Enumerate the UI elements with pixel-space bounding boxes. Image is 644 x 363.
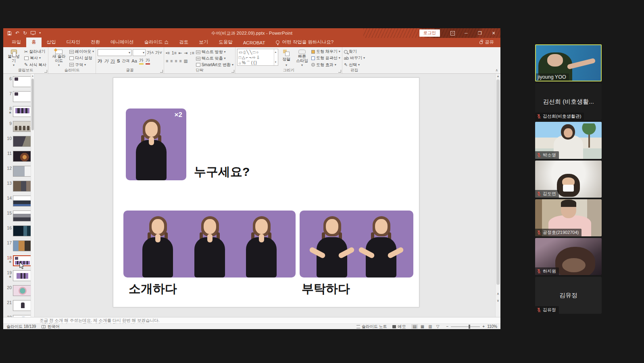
ribbon-tab[interactable]: 전환 [85,38,105,47]
layout-button[interactable]: 레이아웃▾ [69,49,94,54]
normal-view-button[interactable]: ▤ [411,324,417,329]
login-button[interactable]: 로그인 [419,29,440,37]
slide-question-text[interactable]: 누구세요? [194,164,250,180]
undo-icon[interactable]: ↶ [15,31,19,35]
slide-thumbnail[interactable]: 7 [3,91,32,102]
ribbon-tab[interactable]: 삽입 [42,38,61,47]
dialog-launcher-icon[interactable] [44,70,47,73]
notes-toggle-button[interactable]: 슬라이드 노트 [356,324,387,330]
participant-tile[interactable]: 김유정 김유정 [535,277,602,314]
copy-button[interactable]: 복사▾ [24,55,46,61]
highlight-color-button[interactable]: 가 [139,57,144,65]
scrollbar-thumb[interactable] [31,79,34,130]
tell-me-box[interactable]: 어떤 작업을 원하시나요? [270,39,339,47]
ribbon-tab[interactable]: 검토 [174,38,194,47]
slide-thumbnail[interactable]: 8 ∗ [3,106,32,117]
participant-tile[interactable]: 하지원 [535,238,602,275]
zoom-in-button[interactable]: + [482,324,485,329]
participant-tile[interactable]: 김선희 (비호생활... 김선희(비호생활관) [535,83,602,120]
increase-indent-icon[interactable]: ⇥ [184,50,188,55]
caption-introduce[interactable]: 소개하다 [129,281,177,297]
align-text-button[interactable]: 텍스트 맞춤▾ [196,56,233,62]
share-button[interactable]: 공유 [473,39,500,47]
decrease-indent-icon[interactable]: ⇤ [179,50,182,55]
slide-canvas[interactable]: ×2 누구세요? 소개하다 [113,77,419,307]
text-shadow-button[interactable]: S [117,58,120,63]
reset-button[interactable]: 다시 설정 [69,55,94,61]
ribbon-tab[interactable]: 애니메이션 [105,38,139,47]
align-right-icon[interactable]: ≡ [175,58,177,63]
slide-thumbnail[interactable]: 11 [3,151,32,161]
slide-editing-area[interactable]: ×2 누구세요? 소개하다 [35,74,500,317]
zoom-slider-thumb[interactable] [469,325,470,329]
thumbnail-scrollbar[interactable]: ▲ [31,74,34,317]
numbering-icon[interactable]: 1≡ [172,50,177,55]
find-button[interactable]: 찾기 [344,49,365,54]
scrollbar-thumb[interactable] [496,79,500,285]
ribbon-tab[interactable]: 파일 [6,38,26,47]
participant-tile[interactable]: 박소영 [535,122,602,159]
dialog-launcher-icon[interactable] [160,70,163,73]
cut-button[interactable]: ✂잘라내기 [24,49,46,54]
shape-fill-button[interactable]: 도형 채우기▾ [311,49,340,54]
ribbon-tab[interactable]: ACROBAT [238,39,271,47]
font-color-button[interactable]: 가 [146,57,150,65]
font-size-combobox[interactable]: ▾ [133,49,146,56]
ribbon-tab[interactable]: 홈 [26,38,42,47]
sign-image-ask-favor[interactable] [300,211,413,277]
bold-button[interactable]: 가 [98,58,102,64]
scroll-up-icon[interactable]: ▲ [496,74,500,77]
slide-thumbnail[interactable]: 13 [3,181,32,191]
slide-thumbnail[interactable]: 10 [3,136,32,146]
shapes-scrollbar[interactable]: ▲▼ [274,49,278,65]
slide-thumbnail[interactable]: 21 [3,300,32,311]
quick-styles-button[interactable]: 빠른 스타일▾ [294,49,310,68]
slide-thumbnail[interactable]: 6 [3,76,32,87]
notes-pane[interactable]: 조금 전 소개 해 주셨는데요. 제 소개를 다시 한번 해 보겠습니다. 거창… [3,317,500,323]
shape-effects-button[interactable]: 도형 효과▾ [311,62,340,68]
start-slideshow-icon[interactable] [31,31,35,35]
slide-thumbnail[interactable]: 9 [3,121,32,131]
ribbon-display-options-icon[interactable] [446,28,459,38]
sign-image-introduce[interactable] [123,211,296,277]
sign-image-whoareyou[interactable]: ×2 [126,108,186,180]
minimize-button[interactable]: ─ [459,28,473,38]
character-spacing-button[interactable]: 간격 [122,58,129,64]
format-painter-button[interactable]: ✎서식 복사 [24,62,46,68]
justify-icon[interactable]: ≡ [179,58,181,63]
font-name-combobox[interactable]: ▾ [98,49,131,56]
text-direction-button[interactable]: 텍스트 방향▾ [196,49,233,55]
slide-thumbnail[interactable]: 18 ∗ [3,255,32,266]
ribbon-tab[interactable]: 도움말 [213,38,238,47]
grow-font-icon[interactable]: 가˄ [147,50,154,55]
participant-tile[interactable]: 공정호(21902704) [535,199,602,236]
participant-tile[interactable]: jiyoung YOO [535,44,602,81]
shape-outline-button[interactable]: 도형 윤곽선▾ [311,55,340,61]
slide-thumbnail[interactable]: 12 [3,166,32,176]
slide-scrollbar[interactable]: ▲ ∧ ∨ [495,74,500,317]
participant-tile[interactable]: 김도연 [535,161,602,198]
zoom-slider[interactable] [451,326,480,327]
align-center-icon[interactable]: ≡ [170,58,173,63]
slideshow-view-button[interactable]: ▽ [435,324,441,329]
underline-button[interactable]: 가 [110,58,115,64]
reading-view-button[interactable]: ▥ [427,324,433,329]
line-spacing-icon[interactable]: ↕≡ [190,50,194,55]
qat-customize-icon[interactable]: ▾ [39,31,41,35]
slide-thumbnail[interactable]: 15 [3,211,32,221]
slide-thumbnail[interactable]: 17 [3,240,32,251]
shrink-font-icon[interactable]: 가˅ [155,50,162,55]
bullets-icon[interactable]: •≡ [166,50,170,55]
italic-button[interactable]: 가 [104,58,108,64]
caption-ask-favor[interactable]: 부탁하다 [302,281,350,297]
dialog-launcher-icon[interactable] [231,70,234,73]
align-left-icon[interactable]: ≡ [166,58,168,63]
slide-thumbnail[interactable]: 19 ∗ [3,270,32,281]
zoom-out-button[interactable]: − [446,324,448,329]
select-button[interactable]: ⇖선택▾ [344,62,365,68]
slide-thumbnail[interactable]: 22 [3,315,32,317]
ribbon-tab[interactable]: 보기 [194,38,213,47]
arrange-button[interactable]: 정렬▾ [280,49,293,68]
zoom-level[interactable]: 110% [487,324,497,329]
restore-button[interactable]: ❐ [473,28,487,38]
